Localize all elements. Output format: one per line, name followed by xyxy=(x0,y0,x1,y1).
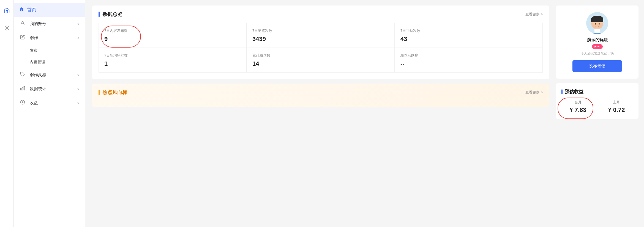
earnings-arrow: ∨ xyxy=(77,101,80,105)
earnings-label: 收益 xyxy=(30,100,77,106)
hot-trends-see-more[interactable]: 查看更多 > xyxy=(525,90,543,95)
sidebar-item-data-stats[interactable]: 数据统计 ∨ xyxy=(14,82,85,96)
stat-value-interact: 43 xyxy=(400,35,537,43)
data-stats-label: 数据统计 xyxy=(30,86,77,92)
earnings-current: 当月 ¥ 7.83 xyxy=(561,100,594,113)
svg-rect-11 xyxy=(594,29,600,33)
sidebar-item-content-manage[interactable]: 内容管理 xyxy=(14,56,85,68)
sidebar-item-home[interactable]: 首页 xyxy=(14,3,85,17)
stat-label-new-fans: 7日新增粉丝数 xyxy=(104,53,241,58)
stat-cell-total-fans: 累计粉丝数 14 xyxy=(247,48,395,73)
inspiration-arrow: ∨ xyxy=(77,73,80,77)
svg-rect-3 xyxy=(24,86,25,90)
sidebar-home-label: 首页 xyxy=(27,7,36,13)
right-panel: 演示的玩法 ★lv4 今天还没发过笔记，快 发布笔记 预估收益 当月 ¥ 7.8… xyxy=(556,0,644,227)
profile-tip: 今天还没发过笔记，快 xyxy=(581,51,614,56)
data-overview-see-more[interactable]: 查看更多 > xyxy=(525,12,543,17)
hot-trends-header: 热点风向标 查看更多 > xyxy=(99,89,543,96)
inspiration-label: 创作灵感 xyxy=(30,72,77,77)
main-content: 数据总览 查看更多 > 7日内容发布数 9 7日浏览次数 3439 7日互动次数… xyxy=(85,0,556,227)
stat-value-browse: 3439 xyxy=(252,35,389,43)
create-label: 创作 xyxy=(30,35,77,40)
earnings-current-value: ¥ 7.83 xyxy=(561,106,594,113)
stat-value-total-fans: 14 xyxy=(252,60,389,67)
sidebar-item-create[interactable]: 创作 ∧ xyxy=(14,31,85,45)
create-arrow: ∧ xyxy=(77,36,80,40)
earnings-card: 预估收益 当月 ¥ 7.83 上月 ¥ 0.72 xyxy=(556,83,638,119)
stat-label-fan-activity: 粉丝活跃度 xyxy=(400,53,537,58)
publish-note-button[interactable]: 发布笔记 xyxy=(572,60,622,72)
data-stats-arrow: ∨ xyxy=(77,87,80,91)
stat-value-publish: 9 xyxy=(104,35,241,43)
earnings-title: 预估收益 xyxy=(561,88,633,95)
stat-cell-new-fans: 7日新增粉丝数 1 xyxy=(99,48,247,73)
account-label: 我的账号 xyxy=(30,21,77,26)
create-icon xyxy=(19,35,26,41)
earnings-grid: 当月 ¥ 7.83 上月 ¥ 0.72 xyxy=(561,100,633,113)
stat-cell-publish-count: 7日内容发布数 9 xyxy=(99,23,247,48)
hot-trends-title: 热点风向标 xyxy=(99,89,127,96)
sidebar-item-earnings[interactable]: 收益 ∨ xyxy=(14,96,85,110)
publish-label: 发布 xyxy=(30,48,37,53)
stat-value-new-fans: 1 xyxy=(104,60,241,67)
profile-card: 演示的玩法 ★lv4 今天还没发过笔记，快 发布笔记 xyxy=(556,5,638,79)
stat-value-fan-activity: -- xyxy=(400,60,537,67)
svg-point-13 xyxy=(599,23,600,25)
profile-badge: ★lv4 xyxy=(592,44,603,49)
hot-trends-card: 热点风向标 查看更多 > xyxy=(92,84,549,107)
stat-label-publish: 7日内容发布数 xyxy=(104,28,241,33)
data-overview-header: 数据总览 查看更多 > xyxy=(99,11,543,18)
stat-cell-fan-activity: 粉丝活跃度 -- xyxy=(395,48,543,73)
earnings-last: 上月 ¥ 0.72 xyxy=(600,100,633,113)
account-arrow: ∨ xyxy=(77,22,80,26)
earnings-last-value: ¥ 0.72 xyxy=(600,106,633,113)
sidebar-item-account[interactable]: 我的账号 ∨ xyxy=(14,17,85,31)
content-manage-label: 内容管理 xyxy=(30,60,45,65)
sidebar-item-publish[interactable]: 发布 xyxy=(14,45,85,56)
stat-cell-browse: 7日浏览次数 3439 xyxy=(247,23,395,48)
home-icon-bar[interactable] xyxy=(2,5,12,15)
stat-label-total-fans: 累计粉丝数 xyxy=(252,53,389,58)
data-overview-card: 数据总览 查看更多 > 7日内容发布数 9 7日浏览次数 3439 7日互动次数… xyxy=(92,5,549,79)
earnings-last-period: 上月 xyxy=(600,100,633,105)
earnings-icon xyxy=(19,100,26,106)
account-icon xyxy=(19,21,26,27)
stats-grid: 7日内容发布数 9 7日浏览次数 3439 7日互动次数 43 7日新增粉丝数 … xyxy=(99,23,543,73)
sidebar-item-inspiration[interactable]: 创作灵感 ∨ xyxy=(14,68,85,82)
earnings-current-period: 当月 xyxy=(561,100,594,105)
icon-bar xyxy=(0,0,14,227)
svg-point-0 xyxy=(6,27,8,29)
inspiration-icon xyxy=(19,72,26,78)
svg-point-12 xyxy=(595,23,596,25)
stat-label-browse: 7日浏览次数 xyxy=(252,28,389,33)
data-overview-title: 数据总览 xyxy=(99,11,122,18)
discover-icon-bar[interactable] xyxy=(2,23,12,33)
stat-label-interact: 7日互动次数 xyxy=(400,28,537,33)
data-stats-icon xyxy=(19,86,26,92)
stat-cell-interact: 7日互动次数 43 xyxy=(395,23,543,48)
profile-name: 演示的玩法 xyxy=(587,37,608,43)
svg-point-1 xyxy=(22,21,23,23)
svg-rect-5 xyxy=(21,88,21,90)
svg-rect-10 xyxy=(591,18,603,22)
home-icon xyxy=(19,7,24,13)
sidebar: 首页 我的账号 ∨ 创作 ∧ 发布 内容管理 xyxy=(14,0,85,227)
avatar xyxy=(586,12,608,34)
svg-rect-4 xyxy=(22,87,23,90)
